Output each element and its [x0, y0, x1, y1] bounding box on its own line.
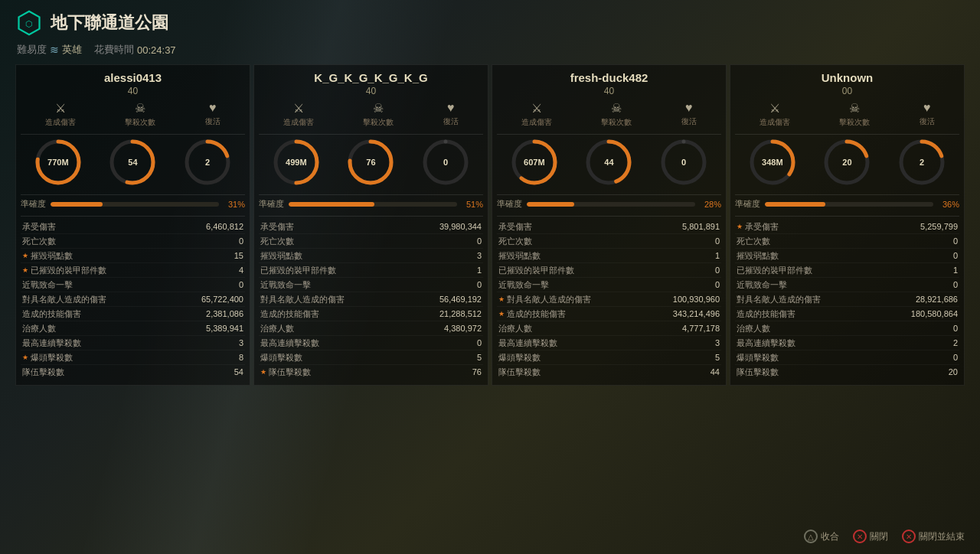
stat-icons-row-2: ⚔造成傷害☠擊殺次數♥復活 — [497, 101, 721, 128]
header: ⬡ 地下聯通道公園 — [15, 9, 965, 37]
gauge-circle-3-2: 2 — [897, 138, 946, 187]
stat-val-0-10: 54 — [234, 368, 243, 376]
stat-val-0-1: 0 — [239, 237, 243, 246]
stats-list-0: 承受傷害 6,460,812 死亡次數 0 ★摧毀弱點數 15 ★已摧毀的裝甲部… — [21, 220, 245, 379]
stat-name-2-2: 摧毀弱點數 — [498, 252, 541, 260]
star-icon-0-3: ★ — [22, 267, 28, 274]
stat-val-1-0: 39,980,344 — [439, 223, 482, 231]
stat-name-1-2: 摧毀弱點數 — [260, 252, 302, 260]
gauge-0-2: 2 — [183, 138, 232, 187]
stat-name-0-3: ★已摧毀的裝甲部件數 — [22, 266, 106, 275]
collapse-button[interactable]: △ 收合 — [804, 530, 839, 543]
gauge-circle-2-0: 607M — [510, 138, 559, 187]
stat-val-1-2: 3 — [477, 252, 482, 260]
stat-row-1-10: ★隊伍擊殺數 76 — [259, 365, 483, 379]
gauge-text-0-1: 54 — [108, 138, 157, 187]
stat-name-3-5: 對具名敵人造成的傷害 — [737, 295, 821, 304]
stat-icon-0-1: ☠擊殺次數 — [125, 101, 155, 128]
stat-name-3-7: 治療人數 — [737, 324, 770, 333]
accuracy-bar-fill-3 — [765, 202, 825, 207]
stat-val-2-3: 0 — [715, 266, 720, 275]
accuracy-section-1: 準確度 51% — [259, 198, 483, 210]
gauges-row-1: 499M 76 0 — [259, 138, 483, 187]
accuracy-section-3: 準確度 36% — [735, 198, 959, 210]
gauge-2-1: 44 — [584, 138, 633, 187]
gauge-1-1: 76 — [346, 138, 395, 187]
gauge-circle-2-1: 44 — [584, 138, 633, 187]
icon-label-3-2: 復活 — [920, 116, 935, 127]
stat-name-3-8: 最高連續擊殺數 — [737, 339, 795, 347]
divider-3-2 — [735, 194, 959, 195]
stat-val-2-7: 4,777,178 — [682, 324, 720, 333]
stat-val-3-4: 0 — [953, 281, 958, 289]
divider-1-2 — [259, 194, 483, 195]
gauge-0-0: 770M — [34, 138, 83, 187]
stat-val-3-0: 5,259,799 — [920, 223, 958, 231]
star-icon-2-6: ★ — [498, 311, 505, 318]
gauge-circle-0-0: 770M — [34, 138, 83, 187]
divider-0-3 — [21, 216, 245, 217]
gauge-0-1: 54 — [108, 138, 157, 187]
icon-label-2-1: 擊殺次數 — [601, 117, 632, 128]
icon-sym-2-0: ⚔ — [531, 101, 542, 116]
stat-val-2-8: 3 — [715, 339, 720, 347]
stat-row-0-10: 隊伍擊殺數 54 — [21, 365, 245, 379]
stat-name-2-5: ★對具名敵人造成的傷害 — [498, 295, 591, 304]
stats-list-3: ★承受傷害 5,259,799 死亡次數 0 摧毀弱點數 0 已摧毀的裝甲部件數… — [735, 220, 959, 379]
stat-name-1-9: 爆頭擊殺數 — [260, 354, 302, 362]
stat-val-2-10: 44 — [710, 368, 720, 376]
player-col-1: K_G_K_G_K_G_K_G40⚔造成傷害☠擊殺次數♥復活 499M 76 — [253, 64, 488, 386]
map-name: 地下聯通道公園 — [51, 11, 168, 34]
gauge-text-3-1: 20 — [822, 138, 871, 187]
stat-row-1-2: 摧毀弱點數 3 — [259, 249, 483, 263]
gauge-text-2-1: 44 — [584, 138, 633, 187]
stat-row-2-5: ★對具名敵人造成的傷害 100,930,960 — [497, 292, 721, 307]
gauge-circle-1-2: 0 — [421, 138, 470, 187]
close-button[interactable]: ✕ 關閉 — [853, 530, 888, 543]
stat-icons-row-1: ⚔造成傷害☠擊殺次數♥復活 — [259, 101, 483, 128]
stat-name-2-7: 治療人數 — [498, 324, 532, 333]
stat-val-0-2: 15 — [234, 252, 243, 260]
stat-row-1-3: 已摧毀的裝甲部件數 1 — [259, 263, 483, 278]
gauge-text-2-2: 0 — [659, 138, 708, 187]
stats-list-2: 承受傷害 5,801,891 死亡次數 0 摧毀弱點數 1 已摧毀的裝甲部件數 … — [497, 220, 721, 379]
gauges-row-3: 348M 20 2 — [735, 138, 959, 187]
icon-label-1-1: 擊殺次數 — [363, 117, 394, 128]
stat-row-1-9: 爆頭擊殺數 5 — [259, 350, 483, 365]
icon-label-1-0: 造成傷害 — [283, 117, 314, 128]
stat-row-2-0: 承受傷害 5,801,891 — [497, 220, 721, 234]
stat-val-2-1: 0 — [715, 237, 720, 246]
stat-row-3-10: 隊伍擊殺數 20 — [735, 365, 959, 379]
player-level-1: 40 — [259, 86, 483, 96]
player-level-0: 40 — [21, 86, 245, 96]
stat-val-2-9: 5 — [715, 354, 720, 362]
stat-name-3-9: 爆頭擊殺數 — [737, 354, 779, 362]
icon-sym-1-0: ⚔ — [293, 101, 304, 116]
accuracy-pct-0: 31% — [224, 200, 245, 209]
icon-label-2-2: 復活 — [681, 116, 697, 127]
stat-row-1-6: 造成的技能傷害 21,288,512 — [259, 307, 483, 321]
stat-val-0-7: 5,389,941 — [206, 324, 243, 333]
stat-icon-0-2: ♥復活 — [205, 101, 220, 128]
stat-row-1-8: 最高連續擊殺數 0 — [259, 336, 483, 350]
star-icon-0-2: ★ — [22, 253, 28, 259]
icon-label-3-1: 擊殺次數 — [839, 117, 870, 128]
gauge-circle-0-2: 2 — [183, 138, 232, 187]
stat-row-1-0: 承受傷害 39,980,344 — [259, 220, 483, 234]
players-grid: alessi041340⚔造成傷害☠擊殺次數♥復活 770M 54 — [15, 64, 965, 386]
accuracy-pct-1: 51% — [462, 200, 483, 209]
stat-icons-row-3: ⚔造成傷害☠擊殺次數♥復活 — [735, 101, 959, 128]
stat-name-0-2: ★摧毀弱點數 — [22, 252, 73, 260]
stat-row-1-4: 近戰致命一擊 0 — [259, 278, 483, 292]
stat-row-0-1: 死亡次數 0 — [21, 234, 245, 249]
stat-name-1-8: 最高連續擊殺數 — [260, 339, 319, 347]
player-name-3: Unknown — [735, 71, 959, 84]
gauge-circle-1-0: 499M — [272, 138, 321, 187]
stat-val-3-1: 0 — [953, 237, 958, 246]
stat-name-2-10: 隊伍擊殺數 — [498, 368, 541, 376]
stat-name-3-4: 近戰致命一擊 — [737, 281, 787, 289]
hex-icon: ⬡ — [15, 9, 43, 37]
icon-sym-3-1: ☠ — [849, 101, 860, 116]
close-end-button[interactable]: ✕ 關閉並結束 — [902, 530, 965, 543]
stat-name-3-0: ★承受傷害 — [737, 223, 779, 231]
